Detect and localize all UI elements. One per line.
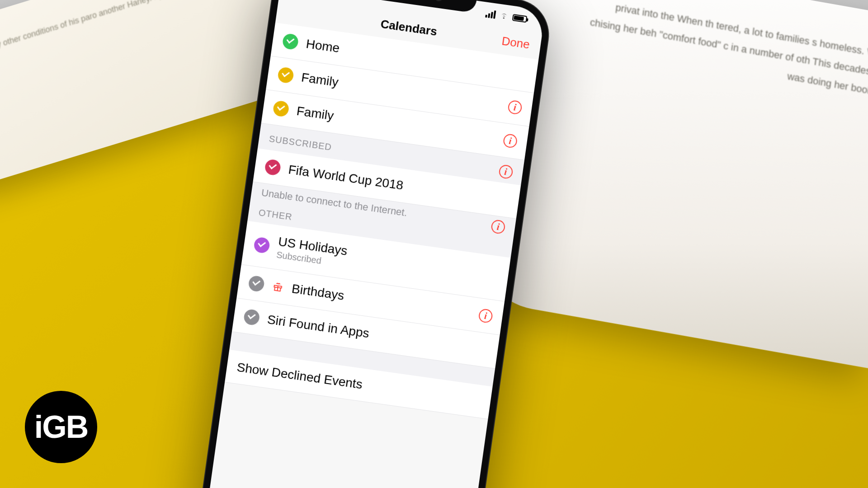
calendar-label: Siri Found in Apps bbox=[266, 312, 370, 341]
page-title: Calendars bbox=[380, 17, 438, 38]
info-icon[interactable]: i bbox=[507, 100, 523, 115]
battery-icon bbox=[512, 14, 528, 22]
info-icon[interactable]: i bbox=[478, 308, 493, 324]
cellular-signal-icon bbox=[485, 9, 496, 19]
calendar-label: Family bbox=[300, 70, 339, 89]
section-title: OTHER bbox=[258, 207, 293, 222]
checkmark-icon[interactable] bbox=[282, 33, 299, 50]
done-button[interactable]: Done bbox=[501, 34, 531, 52]
wifi-icon bbox=[498, 9, 509, 23]
book-right-text: privat into the When th tered, a lot to … bbox=[582, 0, 868, 101]
checkmark-icon[interactable] bbox=[248, 275, 265, 292]
section-title: SUBSCRIBED bbox=[269, 133, 333, 152]
checkmark-icon[interactable] bbox=[253, 236, 270, 253]
checkmark-icon[interactable] bbox=[272, 100, 289, 117]
calendar-label: Family bbox=[296, 104, 335, 123]
igb-logo-text: iGB bbox=[34, 409, 88, 445]
info-icon[interactable]: i bbox=[498, 164, 514, 179]
info-icon[interactable]: i bbox=[491, 219, 506, 235]
calendars-list: Home Family i Family i SUBSCRIBED i Fifa… bbox=[225, 23, 538, 419]
info-icon[interactable]: i bbox=[503, 133, 518, 149]
gift-icon bbox=[271, 281, 284, 292]
checkmark-icon[interactable] bbox=[264, 159, 281, 176]
book-left-text: on any other conditions of his paro anot… bbox=[0, 0, 264, 57]
calendar-label: Fifa World Cup 2018 bbox=[288, 162, 404, 192]
igb-logo-badge: iGB bbox=[25, 391, 97, 463]
calendar-label: Birthdays bbox=[291, 282, 345, 303]
calendar-label: Home bbox=[305, 37, 340, 56]
checkmark-icon[interactable] bbox=[243, 309, 260, 326]
checkmark-icon[interactable] bbox=[277, 66, 294, 84]
